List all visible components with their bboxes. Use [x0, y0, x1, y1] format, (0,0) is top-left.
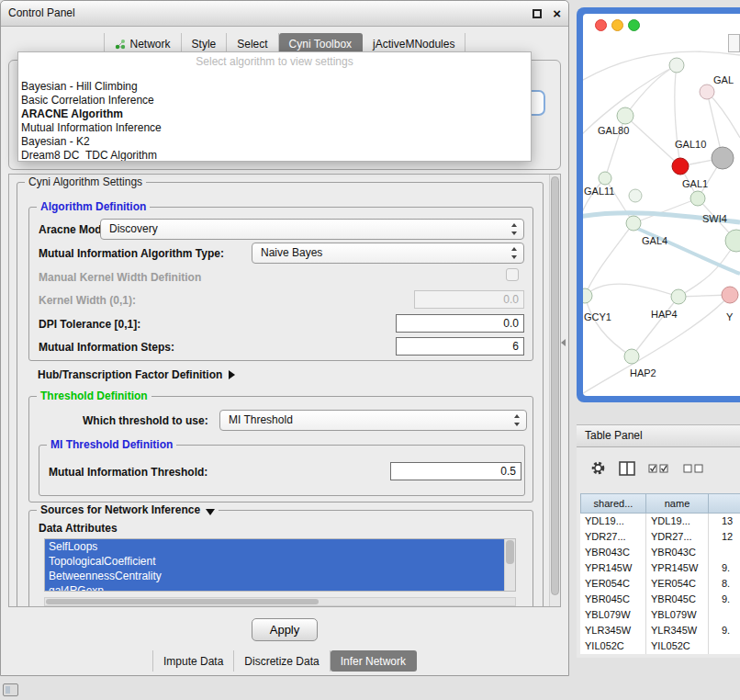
- combo-arrows-icon: [510, 223, 519, 235]
- node-label: Y: [726, 311, 734, 322]
- which-threshold-label: Which threshold to use:: [83, 414, 208, 428]
- data-attributes-label: Data Attributes: [39, 522, 118, 536]
- network-node-red-gal10[interactable]: [672, 158, 689, 175]
- hub-definition-expander[interactable]: Hub/Transcription Factor Definition: [38, 368, 235, 381]
- list-item[interactable]: gal4RGexp: [45, 583, 504, 592]
- expander-right-icon: [229, 370, 235, 379]
- control-panel-bottom-tabs: Impute Data Discretize Data Infer Networ…: [1, 650, 568, 672]
- settings-vertical-scrollbar[interactable]: [549, 175, 560, 606]
- column-header[interactable]: [709, 493, 740, 514]
- table-row[interactable]: YDL19... YDL19... 13: [580, 514, 740, 529]
- panel-toggle-icon[interactable]: [3, 683, 18, 696]
- popup-item[interactable]: Bayesian - Hill Climbing: [18, 80, 531, 94]
- table-panel-titlebar: Table Panel: [577, 424, 740, 447]
- column-header[interactable]: shared...: [580, 493, 646, 514]
- node-attribute-table: shared... name YDL19... YDL19... 13 YDR2…: [580, 493, 740, 654]
- table-row[interactable]: YPR145W YPR145W 9.: [580, 560, 740, 576]
- close-traffic-light[interactable]: [595, 19, 607, 31]
- network-node-gal4[interactable]: [626, 216, 641, 231]
- table-panel-title: Table Panel: [585, 429, 643, 442]
- tab-discretize-data[interactable]: Discretize Data: [234, 650, 330, 672]
- node-label: HAP4: [651, 309, 678, 320]
- table-row[interactable]: YBR045C YBR045C 9.: [580, 592, 740, 607]
- table-row[interactable]: YDR27... YDR27... 12: [580, 529, 740, 545]
- tab-impute-data[interactable]: Impute Data: [152, 650, 234, 672]
- sources-expander[interactable]: Sources for Network Inference: [37, 503, 219, 516]
- popup-item[interactable]: Dream8 DC_TDC Algorithm: [18, 149, 531, 162]
- table-row[interactable]: YIL052C YIL052C: [580, 638, 740, 654]
- manual-kernel-label: Manual Kernel Width Definition: [39, 271, 201, 285]
- list-item[interactable]: BetweennessCentrality: [45, 569, 504, 583]
- mi-threshold-label: Mutual Information Threshold:: [49, 466, 207, 480]
- table-header-row: shared... name: [580, 493, 740, 514]
- scrollbar-thumb[interactable]: [506, 540, 514, 564]
- node-label: SWI4: [702, 213, 727, 224]
- select-all-checkboxes-icon[interactable]: [648, 463, 670, 474]
- which-threshold-combo[interactable]: MI Threshold: [219, 410, 527, 431]
- popup-placeholder: Select algorithm to view settings: [18, 55, 531, 68]
- zoom-traffic-light[interactable]: [628, 19, 640, 31]
- network-node-pink[interactable]: [722, 287, 738, 303]
- mi-type-combo[interactable]: Naive Bayes: [252, 243, 524, 264]
- scrollbar-thumb[interactable]: [46, 599, 319, 604]
- mi-steps-label: Mutual Information Steps:: [39, 341, 174, 355]
- list-item[interactable]: TopologicalCoefficient: [45, 554, 504, 569]
- node-label: GAL1: [682, 178, 708, 189]
- node-label: GAL: [713, 74, 734, 85]
- popup-item[interactable]: Mutual Information Inference: [18, 121, 531, 135]
- list-item[interactable]: SelfLoops: [45, 539, 504, 554]
- cyni-algorithm-settings-group: Cyni Algorithm Settings Algorithm Defini…: [17, 182, 544, 607]
- dpi-tolerance-field[interactable]: 0.0: [396, 314, 524, 333]
- column-header[interactable]: name: [646, 493, 709, 514]
- tab-infer-network[interactable]: Infer Network: [331, 650, 417, 672]
- settings-scroll-area: Cyni Algorithm Settings Algorithm Defini…: [8, 174, 561, 607]
- network-node-selected-gray[interactable]: [712, 147, 734, 169]
- table-panel: shared... name YDL19... YDL19... 13 YDR2…: [577, 447, 740, 658]
- gear-icon[interactable]: [590, 460, 606, 476]
- data-attributes-list: SelfLoops TopologicalCoefficient Between…: [44, 538, 516, 592]
- network-canvas-area[interactable]: GAL GAL80 GAL10 GAL11 GAL1 SWI4 GAL4 GCY…: [583, 14, 740, 396]
- popup-item[interactable]: Bayesian - K2: [18, 135, 531, 149]
- network-node-gal11[interactable]: [599, 172, 611, 185]
- mi-threshold-field[interactable]: 0.5: [390, 462, 521, 480]
- group-title: Threshold Definition: [37, 390, 151, 402]
- combo-arrows-icon: [510, 247, 519, 259]
- mi-steps-field[interactable]: 6: [396, 337, 524, 356]
- node-label: GAL4: [642, 235, 667, 246]
- list-horizontal-scrollbar[interactable]: [44, 597, 516, 606]
- kernel-width-field[interactable]: 0.0: [414, 290, 524, 309]
- table-row[interactable]: YER054C YER054C 8.: [580, 576, 740, 592]
- minimize-traffic-light[interactable]: [611, 19, 623, 31]
- columns-icon[interactable]: [619, 461, 635, 476]
- aracne-mode-combo[interactable]: Discovery: [100, 219, 524, 240]
- network-node-gal80[interactable]: [617, 107, 633, 124]
- network-node-swi4[interactable]: [725, 230, 740, 252]
- sources-group: Sources for Network Inference Data Attri…: [28, 510, 533, 607]
- kernel-width-label: Kernel Width (0,1):: [39, 294, 136, 308]
- panel-collapse-arrow-icon[interactable]: [561, 339, 566, 346]
- popup-item[interactable]: Basic Correlation Inference: [18, 94, 531, 107]
- mi-threshold-group: MI Threshold Definition Mutual Informati…: [39, 445, 525, 496]
- list-vertical-scrollbar[interactable]: [504, 539, 515, 591]
- table-row[interactable]: YBR043C YBR043C: [580, 545, 740, 560]
- table-row[interactable]: YBL079W YBL079W: [580, 607, 740, 623]
- close-icon[interactable]: ×: [553, 1, 561, 26]
- manual-kernel-checkbox[interactable]: [506, 268, 519, 281]
- threshold-definition-group: Threshold Definition Which threshold to …: [28, 396, 533, 502]
- dpi-tolerance-label: DPI Tolerance [0,1]:: [39, 318, 140, 332]
- apply-button[interactable]: Apply: [252, 618, 318, 641]
- table-row[interactable]: YLR345W YLR345W 9.: [580, 623, 740, 638]
- float-window-icon[interactable]: [533, 9, 542, 18]
- network-node-hap2[interactable]: [624, 349, 639, 364]
- network-node-labels: GAL GAL80 GAL10 GAL11 GAL1 SWI4 GAL4 GCY…: [584, 74, 734, 378]
- network-node-hap4[interactable]: [671, 289, 686, 304]
- network-node[interactable]: [700, 85, 714, 99]
- combo-arrows-icon: [513, 414, 521, 426]
- scrollbar-thumb[interactable]: [551, 176, 559, 595]
- network-node-gal1[interactable]: [690, 191, 705, 206]
- network-node[interactable]: [669, 58, 684, 73]
- popup-item-selected[interactable]: ARACNE Algorithm: [18, 107, 531, 121]
- network-graph[interactable]: GAL GAL80 GAL10 GAL11 GAL1 SWI4 GAL4 GCY…: [583, 32, 740, 396]
- clear-all-checkboxes-icon[interactable]: [683, 463, 705, 474]
- network-node[interactable]: [629, 189, 642, 202]
